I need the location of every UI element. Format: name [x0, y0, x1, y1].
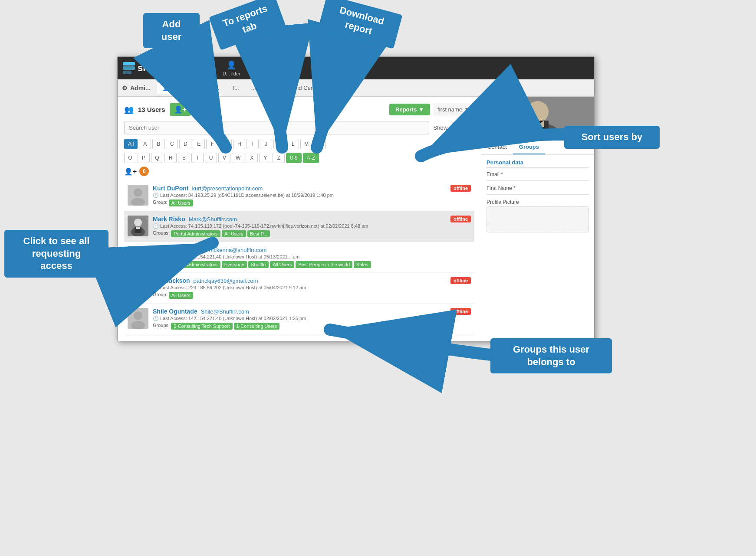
status-badge: offline — [450, 185, 471, 192]
user-name-line: Mark Risko Mark@Shufflrr.com offline — [153, 216, 471, 222]
user-name-line: Phil Jackson patrickjay639@gmail.com off… — [153, 277, 471, 284]
svg-point-20 — [527, 101, 549, 123]
user-last-access: 🕐 Last Access: 74.105.119.172 (pool-74-1… — [153, 223, 471, 229]
tab-brand[interactable]: 🏷 Brand Central — [274, 82, 327, 94]
show-dropdown[interactable]: all ▼ — [452, 122, 474, 134]
svg-rect-1 — [123, 62, 135, 65]
tab-settings[interactable]: ⚙ Set... — [329, 82, 359, 94]
alpha-btn-e[interactable]: E — [193, 139, 205, 149]
alpha-btn-j[interactable]: J — [260, 139, 272, 149]
sort-value: first name — [437, 106, 462, 113]
avatar — [128, 308, 148, 329]
alpha-btn-s[interactable]: S — [178, 153, 190, 163]
user-email: Pmckenna@shufflrr.com — [205, 247, 267, 253]
alpha-btn-q[interactable]: Q — [151, 153, 163, 163]
user-photo-icon-2 — [128, 246, 148, 267]
users-count: 13 Users — [138, 106, 165, 113]
right-content: Personal data Email * First Name * Profi… — [481, 155, 594, 241]
groups-label: Groups: — [153, 261, 170, 268]
tab-users[interactable]: 👤 Users — [157, 82, 193, 94]
user-last-access: 🕐 Last Access: 142.154.221.40 (Unknown H… — [153, 254, 471, 260]
user-info: Kurt DuPont kurt@presentationpoint.com o… — [153, 185, 471, 206]
alpha-btn-u[interactable]: U — [205, 153, 217, 163]
logo-icon — [122, 62, 136, 74]
alpha-btn-i[interactable]: I — [247, 139, 259, 149]
nav-item-reports[interactable]: 📊 Reports — [247, 58, 276, 79]
alpha-btn-l[interactable]: L — [287, 139, 299, 149]
user-groups: Groups: 5-Consulting Tech Support 1-Cons… — [153, 323, 471, 330]
alpha-btn-t[interactable]: T — [191, 153, 204, 163]
selected-user-photo — [481, 97, 594, 140]
alpha-btn-y[interactable]: Y — [259, 153, 271, 163]
alpha-btn-f[interactable]: F — [206, 139, 218, 149]
search-input[interactable] — [124, 121, 429, 134]
alpha-btn-p[interactable]: P — [138, 153, 150, 163]
placeholder-avatar-icon-2 — [128, 308, 148, 329]
user-info: Mark Risko Mark@Shufflrr.com offline 🕐 L… — [153, 216, 471, 237]
reports-button[interactable]: Reports ▼ — [389, 104, 430, 115]
svg-point-17 — [134, 311, 142, 320]
group-tag: 5-Consulting Tech Support — [171, 323, 232, 330]
alpha-btn-z[interactable]: Z — [273, 153, 285, 163]
user-item[interactable]: Phil Jackson patrickjay639@gmail.com off… — [124, 273, 474, 304]
status-badge: offline — [450, 308, 471, 315]
status-badge: offline — [450, 277, 471, 284]
groups-label: Groups: — [153, 323, 170, 330]
svg-point-5 — [131, 198, 145, 206]
alpha-btn-m[interactable]: M — [300, 139, 312, 149]
nav-item-browse[interactable]: 🔍 Browse — [187, 58, 216, 79]
tab-ders[interactable]: ...ders — [246, 82, 272, 94]
tab-t[interactable]: T... — [226, 82, 244, 94]
groups-tab-icon: 👥 — [200, 85, 207, 91]
annotation-reports-tab: To reports tab — [209, 0, 286, 50]
alpha-btn-o[interactable]: O — [124, 153, 136, 163]
user-email: Shile@Shufflrr.com — [201, 308, 249, 315]
user-item[interactable]: Shile Oguntade Shile@Shufflrr.com offlin… — [124, 304, 474, 334]
reports-btn-label: Reports — [395, 106, 417, 113]
alpha-btn-n[interactable]: N — [314, 139, 326, 149]
user-item[interactable]: Mark Risko Mark@Shufflrr.com offline 🕐 L… — [124, 211, 474, 242]
right-field-value-firstname — [486, 193, 589, 195]
user-item[interactable]: Patrick McKenna Pmckenna@shufflrr.com 🕐 … — [124, 242, 474, 273]
show-label: Show — [434, 124, 448, 131]
alpha-btn-0-9[interactable]: 0-9 — [286, 153, 301, 163]
tab-groups[interactable]: 👥 Gr... — [194, 82, 225, 94]
alpha-btn-k[interactable]: K — [273, 139, 286, 149]
user-name: Kurt DuPont — [153, 185, 188, 192]
alpha-btn-all[interactable]: All — [124, 139, 138, 149]
access-requests[interactable]: 👤+ 0 — [124, 167, 474, 176]
nav-logo-text-right: rr — [151, 62, 158, 74]
selected-user-photo-img — [494, 97, 581, 140]
sort-dropdown[interactable]: first name ▼ — [433, 104, 474, 115]
nav-item-admin[interactable]: ⚙ Admin — [277, 58, 304, 79]
annotation-download-report: Download report — [318, 0, 403, 49]
nav-item-builder[interactable]: 👤 U... ilder — [217, 58, 247, 79]
right-section-title: Personal data — [486, 159, 589, 168]
avatar — [128, 277, 148, 298]
right-field-profile-pic: Profile Picture — [486, 199, 589, 232]
alpha-btn-r[interactable]: R — [164, 153, 177, 163]
user-groups: Group: All Users — [153, 292, 471, 299]
alpha-btn-b[interactable]: B — [152, 139, 164, 149]
alpha-btn-v[interactable]: V — [218, 153, 230, 163]
alpha-btn-g[interactable]: G — [220, 139, 232, 149]
alpha-btn-d[interactable]: D — [179, 139, 191, 149]
alpha-btn-w[interactable]: W — [232, 153, 244, 163]
alpha-btn-h[interactable]: H — [233, 139, 245, 149]
builder-icon: 👤 — [227, 60, 236, 70]
right-tab-groups[interactable]: Groups — [513, 140, 545, 154]
alpha-btn-a-z[interactable]: A-Z — [303, 153, 319, 163]
users-header: 👥 13 Users 👤+ Reports ▼ first name ▼ — [124, 103, 474, 116]
alpha-btn-a[interactable]: A — [139, 139, 151, 149]
alpha-btn-x[interactable]: X — [246, 153, 258, 163]
alpha-btn-c[interactable]: C — [166, 139, 178, 149]
user-item[interactable]: Kurt DuPont kurt@presentationpoint.com o… — [124, 180, 474, 211]
add-user-button[interactable]: 👤+ — [170, 103, 191, 116]
access-badge: 0 — [139, 167, 149, 176]
sort-caret-icon: ▼ — [464, 106, 470, 113]
svg-rect-2 — [123, 66, 135, 70]
add-user-icon: 👤+ — [174, 106, 187, 113]
right-tab-contact[interactable]: Contact — [481, 140, 513, 154]
user-name: Shile Oguntade — [153, 308, 197, 315]
nav-item-presentations[interactable]: 📋 Pre... — [163, 58, 187, 79]
